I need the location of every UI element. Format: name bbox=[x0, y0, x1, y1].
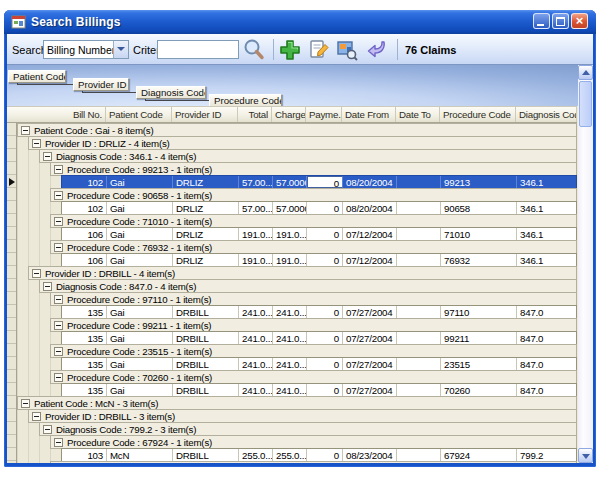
cell-provider-id[interactable]: DRLIZ bbox=[173, 228, 239, 240]
cell-diagnosis-code[interactable]: 799.2 bbox=[517, 449, 577, 461]
cell-bill-no[interactable]: 135 bbox=[62, 358, 107, 370]
group-by-provider-id[interactable]: Provider ID bbox=[73, 78, 129, 91]
cell-total[interactable]: 191.0... bbox=[239, 254, 273, 266]
column-header-payme[interactable]: Payme... bbox=[306, 107, 342, 122]
column-header-patient-code[interactable]: Patient Code bbox=[106, 107, 172, 122]
cell-total[interactable]: 57.00... bbox=[239, 176, 273, 188]
cell-payme[interactable]: 0 bbox=[307, 449, 343, 461]
cell-provider-id[interactable]: DRBILL bbox=[173, 384, 239, 396]
cell-provider-id[interactable]: DRBILL bbox=[173, 449, 239, 461]
scroll-down-button[interactable] bbox=[578, 448, 593, 463]
cell-procedure-code[interactable]: 71010 bbox=[441, 228, 517, 240]
cell-diagnosis-code[interactable]: 346.1 bbox=[517, 202, 577, 214]
cell-diagnosis-code[interactable]: 346.1 bbox=[517, 228, 577, 240]
group-row[interactable]: Provider ID : DRLIZ - 4 item(s) bbox=[28, 136, 577, 150]
data-row[interactable]: 135GaiDRBILL241.0...241.0...007/27/20049… bbox=[61, 305, 577, 319]
payment-edit-cell[interactable]: 0 bbox=[307, 176, 343, 188]
column-header-total[interactable]: Total bbox=[238, 107, 272, 122]
group-row[interactable]: Provider ID : DRBILL - 3 item(s) bbox=[28, 409, 577, 423]
collapse-toggle-icon[interactable] bbox=[32, 412, 41, 421]
collapse-toggle-icon[interactable] bbox=[54, 373, 63, 382]
group-row[interactable]: Procedure Code : 67924 - 1 item(s) bbox=[50, 435, 577, 449]
group-row[interactable]: Diagnosis Code : 799.2 - 3 item(s) bbox=[39, 422, 577, 436]
cell-charges[interactable]: 57.0000 bbox=[273, 176, 307, 188]
column-header-date-from[interactable]: Date From bbox=[342, 107, 396, 122]
cell-bill-no[interactable]: 106 bbox=[62, 254, 107, 266]
cell-procedure-code[interactable]: 97110 bbox=[441, 306, 517, 318]
cell-charges[interactable]: 57.0000 bbox=[273, 202, 307, 214]
collapse-toggle-icon[interactable] bbox=[32, 269, 41, 278]
cell-total[interactable]: 191.0... bbox=[239, 228, 273, 240]
cell-procedure-code[interactable]: 67924 bbox=[441, 449, 517, 461]
group-row[interactable]: Procedure Code : 99211 - 1 item(s) bbox=[50, 318, 577, 332]
cell-date-to[interactable] bbox=[397, 254, 441, 266]
vertical-scrollbar[interactable] bbox=[578, 65, 593, 463]
collapse-toggle-icon[interactable] bbox=[54, 321, 63, 330]
cell-date-from[interactable]: 08/20/2004 bbox=[343, 176, 397, 188]
cell-payme[interactable]: 0 bbox=[307, 202, 343, 214]
collapse-toggle-icon[interactable] bbox=[43, 152, 52, 161]
cell-procedure-code[interactable]: 70260 bbox=[441, 384, 517, 396]
cell-bill-no[interactable]: 135 bbox=[62, 306, 107, 318]
group-row[interactable]: Diagnosis Code : 346.1 - 4 item(s) bbox=[39, 149, 577, 163]
collapse-toggle-icon[interactable] bbox=[54, 438, 63, 447]
preview-button[interactable] bbox=[335, 38, 359, 62]
data-row[interactable]: 106GaiDRLIZ191.0...191.0...007/12/200471… bbox=[61, 227, 577, 241]
data-row[interactable]: 103McNDRBILL255.0...255.0...008/23/20046… bbox=[61, 448, 577, 462]
group-row[interactable]: Procedure Code : 97110 - 1 item(s) bbox=[50, 292, 577, 306]
cell-provider-id[interactable]: DRLIZ bbox=[173, 254, 239, 266]
cell-bill-no[interactable]: 102 bbox=[62, 176, 107, 188]
group-row[interactable]: Patient Code : Gai - 8 item(s) bbox=[17, 123, 577, 137]
cell-date-to[interactable] bbox=[397, 449, 441, 461]
cell-bill-no[interactable]: 106 bbox=[62, 228, 107, 240]
cell-payme[interactable]: 0 bbox=[307, 306, 343, 318]
column-header-bill-no[interactable]: Bill No. bbox=[61, 107, 106, 122]
cell-charges[interactable]: 191.0... bbox=[273, 254, 307, 266]
data-row[interactable]: 135GaiDRBILL241.0...241.0...007/27/20049… bbox=[61, 331, 577, 345]
search-button[interactable] bbox=[242, 38, 266, 62]
cell-bill-no[interactable]: 103 bbox=[62, 449, 107, 461]
cell-provider-id[interactable]: DRLIZ bbox=[173, 202, 239, 214]
cell-payme[interactable]: 0 bbox=[307, 228, 343, 240]
column-header-procedure-code[interactable]: Procedure Code bbox=[440, 107, 516, 122]
data-row[interactable]: 106GaiDRLIZ191.0...191.0...007/12/200476… bbox=[61, 253, 577, 267]
cell-patient-code[interactable]: Gai bbox=[107, 254, 173, 266]
cell-total[interactable]: 241.0... bbox=[239, 384, 273, 396]
cell-diagnosis-code[interactable]: 346.1 bbox=[517, 176, 577, 188]
criteria-input[interactable] bbox=[157, 40, 239, 59]
add-button[interactable] bbox=[278, 38, 302, 62]
collapse-toggle-icon[interactable] bbox=[54, 217, 63, 226]
combo-dropdown-button[interactable] bbox=[113, 41, 128, 58]
cell-patient-code[interactable]: Gai bbox=[107, 358, 173, 370]
cell-diagnosis-code[interactable]: 847.0 bbox=[517, 384, 577, 396]
cell-date-from[interactable]: 07/27/2004 bbox=[343, 358, 397, 370]
cell-payme[interactable]: 0 bbox=[307, 358, 343, 370]
collapse-toggle-icon[interactable] bbox=[54, 295, 63, 304]
cell-procedure-code[interactable]: 99211 bbox=[441, 332, 517, 344]
column-header-diagnosis-code[interactable]: Diagnosis Code bbox=[516, 107, 577, 122]
cell-patient-code[interactable]: Gai bbox=[107, 176, 173, 188]
undo-button[interactable] bbox=[364, 38, 388, 62]
cell-charges[interactable]: 241.0... bbox=[273, 306, 307, 318]
cell-date-to[interactable] bbox=[397, 384, 441, 396]
cell-charges[interactable]: 255.0... bbox=[273, 449, 307, 461]
group-row[interactable]: Procedure Code : 70260 - 1 item(s) bbox=[50, 370, 577, 384]
cell-payme[interactable]: 0 bbox=[307, 332, 343, 344]
group-row[interactable]: Patient Code : McN - 3 item(s) bbox=[17, 396, 577, 410]
cell-charges[interactable]: 241.0... bbox=[273, 358, 307, 370]
cell-bill-no[interactable]: 135 bbox=[62, 332, 107, 344]
cell-provider-id[interactable]: DRLIZ bbox=[173, 176, 239, 188]
group-row[interactable]: Diagnosis Code : 847.0 - 4 item(s) bbox=[39, 279, 577, 293]
scroll-up-button[interactable] bbox=[578, 65, 593, 80]
cell-payme[interactable]: 0 bbox=[307, 254, 343, 266]
cell-provider-id[interactable]: DRBILL bbox=[173, 306, 239, 318]
collapse-toggle-icon[interactable] bbox=[54, 243, 63, 252]
cell-procedure-code[interactable]: 99213 bbox=[441, 176, 517, 188]
collapse-toggle-icon[interactable] bbox=[21, 399, 30, 408]
column-header-date-to[interactable]: Date To bbox=[396, 107, 440, 122]
cell-provider-id[interactable]: DRBILL bbox=[173, 358, 239, 370]
cell-total[interactable]: 241.0... bbox=[239, 332, 273, 344]
group-row[interactable] bbox=[50, 461, 577, 463]
collapse-toggle-icon[interactable] bbox=[43, 282, 52, 291]
cell-date-to[interactable] bbox=[397, 228, 441, 240]
